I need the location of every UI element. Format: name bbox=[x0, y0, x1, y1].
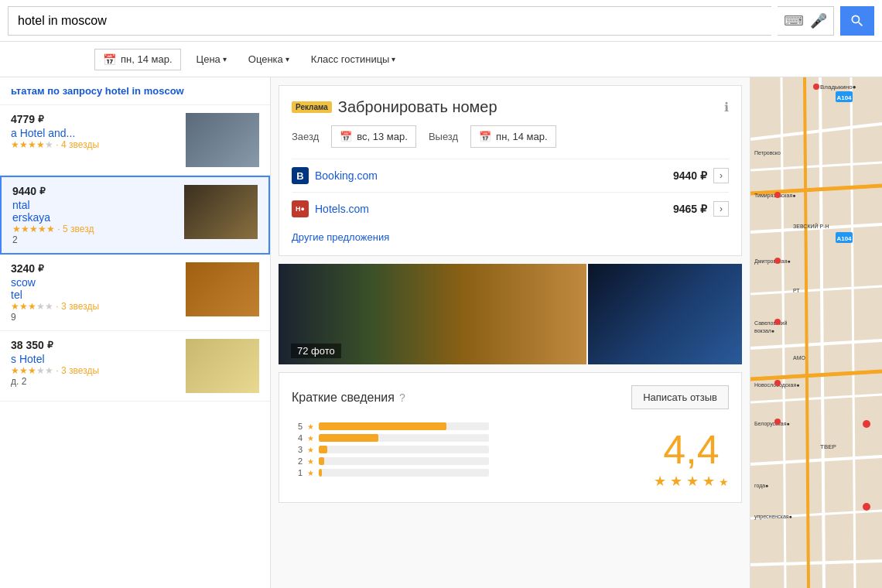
rating-bar-row: 5 ★ bbox=[292, 422, 638, 431]
question-icon[interactable]: ? bbox=[399, 391, 405, 404]
search-input[interactable]: hotel in moscow bbox=[8, 6, 771, 36]
map-svg: A104 A104 Владыкино● Петровско Тимирязев… bbox=[750, 77, 882, 588]
info-icon[interactable]: ℹ bbox=[724, 100, 729, 115]
map-background: A104 A104 Владыкино● Петровско Тимирязев… bbox=[750, 77, 882, 588]
checkout-date: пн, 14 мар. bbox=[496, 131, 548, 142]
map-panel[interactable]: A104 A104 Владыкино● Петровско Тимирязев… bbox=[750, 77, 882, 588]
star-row: ★ ★ ★ ★ ★ bbox=[654, 473, 729, 490]
hotel-name: scowtel bbox=[11, 276, 178, 301]
reviews-section: Краткие сведения ? Написать отзыв 5 ★ 4 bbox=[279, 372, 742, 503]
svg-point-42 bbox=[863, 503, 870, 511]
half-star: ★ bbox=[719, 476, 729, 488]
checkout-date-input[interactable]: 📅 пн, 14 мар. bbox=[470, 125, 556, 148]
reviews-title: Краткие сведения ? bbox=[292, 391, 405, 405]
rating-bar-row: 1 ★ bbox=[292, 468, 638, 477]
booking-logo: B bbox=[292, 167, 309, 184]
class-filter-button[interactable]: Класс гостиницы ▾ bbox=[305, 50, 402, 69]
svg-text:ТВЕР: ТВЕР bbox=[820, 443, 836, 450]
hotel-info: 38 350 ₽ s Hotel ★★★★★ · 3 звезды д. 2 bbox=[11, 339, 178, 387]
write-review-button[interactable]: Написать отзыв bbox=[631, 385, 729, 409]
chevron-right-icon[interactable]: › bbox=[713, 201, 729, 217]
bar-fill-5 bbox=[319, 422, 446, 430]
center-panel: Реклама Забронировать номер ℹ Заезд 📅 вс… bbox=[271, 77, 750, 588]
svg-text:упресненская●: упресненская● bbox=[754, 514, 792, 520]
search-button[interactable] bbox=[840, 6, 874, 36]
checkin-calendar-icon: 📅 bbox=[340, 131, 352, 142]
booking-box: Реклама Забронировать номер ℹ Заезд 📅 вс… bbox=[279, 85, 742, 256]
svg-text:A104: A104 bbox=[836, 235, 852, 242]
svg-point-38 bbox=[774, 319, 781, 325]
svg-point-40 bbox=[774, 419, 781, 425]
hotel-stars: ★★★★★ · 3 звезды bbox=[11, 365, 178, 376]
date-filter[interactable]: 📅 пн, 14 мар. bbox=[94, 49, 181, 70]
bar-track-2 bbox=[319, 457, 489, 465]
hotel-rating: д. 2 bbox=[11, 376, 178, 387]
hotel-thumbnail bbox=[186, 113, 259, 167]
booking-price: 9440 ₽ bbox=[673, 169, 707, 182]
hotel-rating: 9 bbox=[11, 312, 178, 323]
rating-filter-button[interactable]: Оценка ▾ bbox=[242, 50, 296, 69]
photo-side bbox=[588, 264, 742, 364]
svg-point-36 bbox=[774, 192, 781, 198]
svg-text:A104: A104 bbox=[836, 94, 852, 101]
checkout-label: Выезд bbox=[429, 131, 458, 142]
hotel-item[interactable]: 3240 ₽ scowtel ★★★★★ · 3 звезды 9 bbox=[0, 255, 270, 331]
big-score: 4,4 bbox=[654, 429, 729, 470]
booking-title: Забронировать номер bbox=[338, 98, 497, 116]
rating-bar-row: 3 ★ bbox=[292, 445, 638, 454]
calendar-icon: 📅 bbox=[103, 53, 116, 66]
bar-track-5 bbox=[319, 422, 489, 430]
svg-point-37 bbox=[774, 258, 781, 264]
mic-icon[interactable]: 🎤 bbox=[810, 12, 827, 29]
rating-bar-row: 2 ★ bbox=[292, 456, 638, 466]
svg-text:Петровско: Петровско bbox=[754, 150, 781, 156]
svg-text:ЗЕВСКИЙ Р-Н: ЗЕВСКИЙ Р-Н bbox=[793, 223, 829, 229]
chevron-right-icon[interactable]: › bbox=[713, 168, 729, 183]
booking-title-row: Реклама Забронировать номер ℹ bbox=[292, 98, 729, 116]
booking-option-hotels[interactable]: H● Hotels.com 9465 ₽ › bbox=[292, 192, 729, 225]
filter-date-label: пн, 14 мар. bbox=[121, 53, 173, 65]
hotel-photos[interactable]: 72 фото bbox=[279, 264, 742, 364]
svg-text:вокзал●: вокзал● bbox=[754, 328, 774, 333]
hotel-name: s Hotel bbox=[11, 353, 178, 365]
booking-price-row: 9465 ₽ › bbox=[673, 201, 729, 217]
price-filter-button[interactable]: Цена ▾ bbox=[190, 50, 233, 69]
hotel-item[interactable]: 38 350 ₽ s Hotel ★★★★★ · 3 звезды д. 2 bbox=[0, 331, 270, 402]
bar-fill-4 bbox=[319, 434, 378, 442]
bar-track-3 bbox=[319, 446, 489, 453]
booking-price: 9465 ₽ bbox=[673, 203, 707, 215]
hotel-item[interactable]: 4779 ₽ a Hotel and... ★★★★★ · 4 звезды bbox=[0, 105, 270, 176]
checkin-date-input[interactable]: 📅 вс, 13 мар. bbox=[331, 125, 416, 148]
svg-text:АМО: АМО bbox=[793, 355, 806, 361]
checkin-date: вс, 13 мар. bbox=[357, 131, 408, 142]
main-layout: ьтатам по запросу hotel in moscow 4779 ₽… bbox=[0, 77, 882, 588]
hotel-info: 3240 ₽ scowtel ★★★★★ · 3 звезды 9 bbox=[11, 262, 178, 323]
svg-point-41 bbox=[863, 420, 870, 428]
source-name: Booking.com bbox=[315, 169, 378, 182]
rating-score-area: 4,4 ★ ★ ★ ★ ★ bbox=[654, 422, 729, 490]
svg-point-39 bbox=[774, 380, 781, 386]
keyboard-icon[interactable]: ⌨ bbox=[784, 12, 804, 29]
ad-badge: Реклама bbox=[292, 101, 332, 113]
hotel-name: ntalerskaya bbox=[12, 199, 176, 224]
svg-text:Белорусская●: Белорусская● bbox=[754, 421, 790, 427]
hotel-thumbnail bbox=[184, 185, 258, 239]
results-query: hotel in moscow bbox=[105, 85, 184, 97]
svg-text:Дмитровская●: Дмитровская● bbox=[754, 258, 791, 265]
hotel-item[interactable]: 9440 ₽ ntalerskaya ★★★★★ · 5 звезд 2 bbox=[0, 176, 270, 255]
results-header: ьтатам по запросу hotel in moscow bbox=[0, 77, 270, 105]
star-2: ★ bbox=[670, 473, 682, 489]
hotel-info: 4779 ₽ a Hotel and... ★★★★★ · 4 звезды bbox=[11, 113, 178, 150]
svg-text:года●: года● bbox=[754, 483, 768, 489]
hotel-price: 9440 ₽ bbox=[12, 185, 176, 197]
bar-fill-1 bbox=[319, 469, 322, 477]
search-bar: hotel in moscow ⌨ 🎤 bbox=[0, 0, 882, 42]
checkout-calendar-icon: 📅 bbox=[479, 131, 491, 142]
star-4: ★ bbox=[703, 473, 715, 489]
hotel-rating: 2 bbox=[12, 234, 176, 245]
source-name: Hotels.com bbox=[315, 203, 369, 215]
rating-bar-row: 4 ★ bbox=[292, 433, 638, 443]
booking-option-booking[interactable]: B Booking.com 9440 ₽ › bbox=[292, 159, 729, 192]
rating-body: 5 ★ 4 ★ 3 ★ bbox=[292, 422, 729, 490]
other-offers-link[interactable]: Другие предложения bbox=[292, 231, 729, 243]
